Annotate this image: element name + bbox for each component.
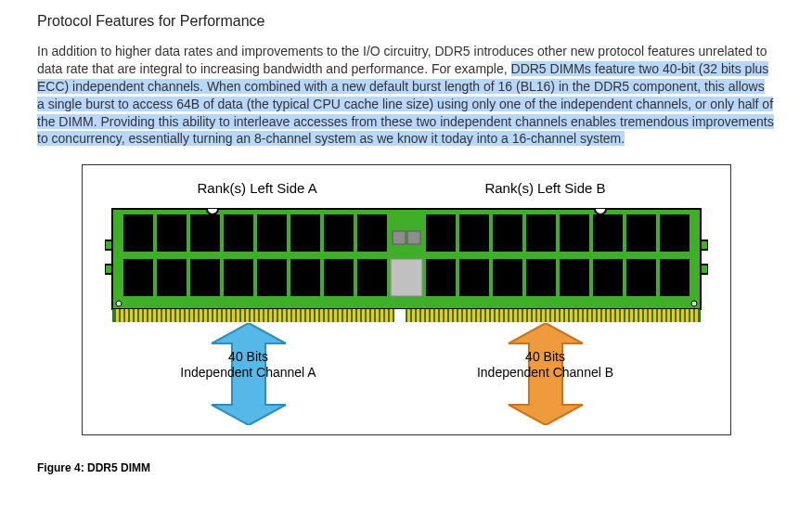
svg-rect-125 bbox=[509, 309, 512, 322]
svg-rect-156 bbox=[653, 309, 656, 322]
dimm-svg bbox=[105, 203, 708, 324]
svg-rect-138 bbox=[570, 309, 573, 322]
channel-b-bits: 40 Bits bbox=[467, 349, 625, 365]
svg-rect-5 bbox=[701, 240, 708, 250]
svg-rect-24 bbox=[157, 259, 187, 296]
svg-rect-88 bbox=[325, 309, 328, 322]
svg-rect-140 bbox=[579, 309, 582, 322]
svg-rect-114 bbox=[458, 309, 461, 322]
svg-rect-72 bbox=[251, 309, 253, 322]
svg-rect-130 bbox=[533, 309, 535, 322]
svg-rect-40 bbox=[407, 231, 420, 244]
svg-rect-16 bbox=[459, 214, 489, 252]
svg-rect-155 bbox=[649, 309, 651, 322]
svg-rect-19 bbox=[560, 214, 589, 252]
svg-rect-122 bbox=[496, 309, 498, 322]
svg-rect-127 bbox=[519, 309, 522, 322]
svg-rect-12 bbox=[290, 214, 320, 252]
svg-rect-61 bbox=[200, 309, 202, 322]
svg-rect-70 bbox=[241, 309, 244, 322]
svg-rect-53 bbox=[162, 309, 165, 322]
svg-rect-39 bbox=[393, 231, 406, 244]
svg-rect-142 bbox=[588, 309, 591, 322]
svg-rect-62 bbox=[204, 309, 207, 322]
svg-rect-131 bbox=[537, 309, 540, 322]
svg-point-1 bbox=[116, 301, 122, 306]
svg-rect-163 bbox=[686, 309, 689, 322]
svg-rect-111 bbox=[445, 309, 447, 322]
svg-rect-135 bbox=[556, 309, 559, 322]
svg-rect-20 bbox=[593, 214, 623, 252]
svg-rect-84 bbox=[306, 309, 309, 322]
svg-rect-49 bbox=[144, 309, 147, 322]
svg-rect-17 bbox=[493, 214, 522, 252]
svg-rect-43 bbox=[116, 309, 119, 322]
svg-rect-81 bbox=[292, 309, 295, 322]
dimm-diagram bbox=[105, 203, 708, 327]
channel-a-bits: 40 Bits bbox=[170, 349, 328, 365]
svg-rect-21 bbox=[626, 214, 656, 252]
svg-rect-109 bbox=[435, 309, 438, 322]
svg-rect-151 bbox=[630, 309, 633, 322]
svg-rect-126 bbox=[514, 309, 517, 322]
svg-rect-115 bbox=[463, 309, 466, 322]
svg-rect-104 bbox=[412, 309, 415, 322]
svg-rect-153 bbox=[639, 309, 642, 322]
svg-rect-118 bbox=[477, 309, 480, 322]
svg-rect-157 bbox=[658, 309, 661, 322]
svg-rect-110 bbox=[440, 309, 443, 322]
svg-rect-139 bbox=[574, 309, 577, 322]
svg-rect-51 bbox=[153, 309, 156, 322]
svg-rect-58 bbox=[186, 309, 188, 322]
svg-rect-108 bbox=[431, 309, 433, 322]
svg-rect-121 bbox=[491, 309, 494, 322]
svg-rect-77 bbox=[274, 309, 277, 322]
svg-rect-35 bbox=[560, 259, 589, 296]
svg-rect-134 bbox=[551, 309, 554, 322]
svg-rect-22 bbox=[660, 214, 690, 252]
svg-rect-68 bbox=[232, 309, 235, 322]
svg-rect-148 bbox=[616, 309, 619, 322]
svg-rect-46 bbox=[130, 309, 133, 322]
svg-rect-154 bbox=[644, 309, 647, 322]
svg-rect-85 bbox=[311, 309, 314, 322]
svg-rect-41 bbox=[391, 259, 422, 296]
svg-rect-76 bbox=[269, 309, 272, 322]
svg-rect-147 bbox=[612, 309, 614, 322]
svg-rect-30 bbox=[357, 259, 387, 296]
svg-rect-13 bbox=[324, 214, 354, 252]
svg-rect-37 bbox=[626, 259, 656, 296]
svg-rect-95 bbox=[357, 309, 360, 322]
svg-rect-50 bbox=[148, 309, 151, 322]
svg-rect-145 bbox=[602, 309, 605, 322]
svg-rect-137 bbox=[565, 309, 568, 322]
svg-rect-54 bbox=[167, 309, 170, 322]
svg-rect-105 bbox=[417, 309, 419, 322]
svg-rect-117 bbox=[472, 309, 475, 322]
svg-rect-29 bbox=[324, 259, 354, 296]
svg-rect-94 bbox=[353, 309, 355, 322]
svg-rect-162 bbox=[681, 309, 684, 322]
svg-rect-86 bbox=[316, 309, 318, 322]
svg-rect-78 bbox=[278, 309, 281, 322]
body-paragraph: In addition to higher data rates and imp… bbox=[37, 43, 775, 148]
svg-rect-73 bbox=[255, 309, 258, 322]
svg-rect-18 bbox=[526, 214, 556, 252]
svg-rect-26 bbox=[224, 259, 253, 296]
svg-rect-14 bbox=[357, 214, 387, 252]
svg-rect-96 bbox=[362, 309, 365, 322]
svg-rect-152 bbox=[635, 309, 638, 322]
svg-rect-83 bbox=[302, 309, 304, 322]
svg-rect-15 bbox=[426, 214, 456, 252]
svg-rect-128 bbox=[523, 309, 526, 322]
svg-rect-124 bbox=[505, 309, 508, 322]
svg-rect-101 bbox=[385, 309, 388, 322]
svg-rect-74 bbox=[260, 309, 263, 322]
svg-rect-161 bbox=[677, 309, 679, 322]
svg-rect-107 bbox=[426, 309, 429, 322]
svg-rect-91 bbox=[339, 309, 342, 322]
svg-point-2 bbox=[691, 301, 697, 306]
svg-rect-3 bbox=[105, 240, 112, 250]
svg-rect-89 bbox=[329, 309, 332, 322]
svg-rect-164 bbox=[690, 309, 693, 322]
